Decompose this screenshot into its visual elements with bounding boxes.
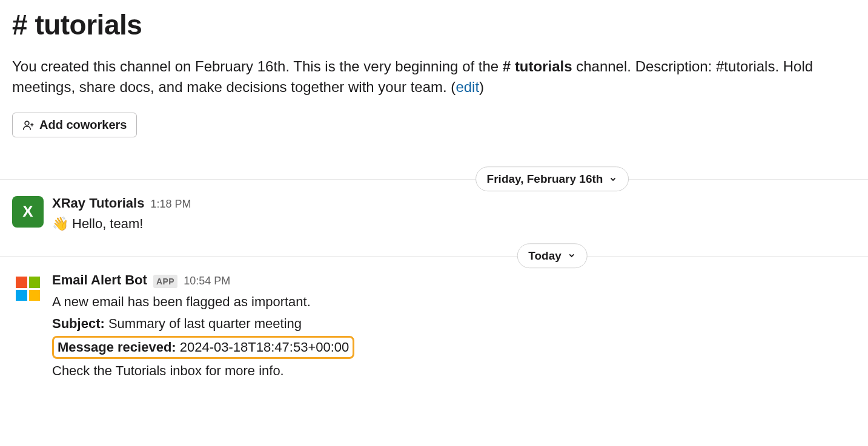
- hash-icon: #: [12, 9, 27, 41]
- logo-square: [16, 277, 27, 288]
- divider-line: [0, 179, 868, 180]
- chevron-down-icon: [609, 175, 617, 183]
- sender-name[interactable]: Email Alert Bot: [52, 271, 147, 290]
- message-line: A new email has been flagged as importan…: [52, 292, 856, 312]
- channel-desc-prefix: You created this channel on February 16t…: [12, 58, 503, 74]
- date-pill-today[interactable]: Today: [517, 243, 588, 269]
- channel-desc-channel: # tutorials: [503, 58, 572, 74]
- subject-value: Summary of last quarter meeting: [105, 316, 302, 331]
- received-value: 2024-03-18T18:47:53+00:00: [176, 339, 350, 355]
- date-label: Today: [528, 248, 562, 264]
- received-label: Message recieved:: [58, 339, 176, 355]
- message-header: XRay Tutorials 1:18 PM: [52, 194, 856, 213]
- message-body: XRay Tutorials 1:18 PM 👋Hello, team!: [52, 194, 856, 234]
- message-line: Subject: Summary of last quarter meeting: [52, 314, 856, 333]
- date-pill-friday[interactable]: Friday, February 16th: [475, 166, 629, 192]
- message-timestamp[interactable]: 10:54 PM: [184, 273, 230, 289]
- microsoft-logo-icon[interactable]: [12, 273, 44, 304]
- avatar[interactable]: X: [12, 196, 44, 228]
- message-line: Check the Tutorials inbox for more info.: [52, 361, 856, 381]
- message-line: Message recieved: 2024-03-18T18:47:53+00…: [52, 336, 856, 359]
- message-header: Email Alert Bot APP 10:54 PM: [52, 271, 856, 290]
- wave-emoji-icon: 👋: [52, 216, 68, 231]
- channel-description: You created this channel on February 16t…: [12, 56, 856, 99]
- logo-square: [29, 290, 41, 301]
- message-text: 👋Hello, team!: [52, 214, 856, 234]
- subject-label: Subject:: [52, 316, 105, 331]
- logo-square: [29, 277, 41, 288]
- svg-point-0: [25, 121, 29, 125]
- message-row: X XRay Tutorials 1:18 PM 👋Hello, team!: [12, 179, 856, 244]
- add-person-icon: [22, 119, 35, 131]
- add-coworkers-label: Add coworkers: [39, 118, 127, 132]
- date-divider: Today: [12, 255, 856, 256]
- channel-header: # tutorials You created this channel on …: [12, 0, 856, 137]
- logo-square: [16, 290, 27, 301]
- divider-line: [0, 256, 868, 257]
- date-label: Friday, February 16th: [487, 171, 603, 188]
- channel-desc-suffix2: ): [479, 79, 484, 95]
- channel-name: tutorials: [35, 9, 142, 41]
- edit-link[interactable]: edit: [456, 79, 479, 95]
- message-body: Email Alert Bot APP 10:54 PM A new email…: [52, 271, 856, 382]
- message-content: Hello, team!: [72, 216, 143, 231]
- highlight-annotation: Message recieved: 2024-03-18T18:47:53+00…: [52, 336, 354, 359]
- message-row: Email Alert Bot APP 10:54 PM A new email…: [12, 256, 856, 393]
- message-text: A new email has been flagged as importan…: [52, 292, 856, 381]
- add-coworkers-button[interactable]: Add coworkers: [12, 113, 137, 137]
- sender-name[interactable]: XRay Tutorials: [52, 194, 144, 213]
- date-divider: Friday, February 16th: [12, 179, 856, 179]
- avatar-letter: X: [22, 200, 33, 223]
- channel-title: # tutorials: [12, 5, 856, 45]
- message-timestamp[interactable]: 1:18 PM: [150, 196, 191, 212]
- chevron-down-icon: [568, 252, 576, 260]
- app-badge: APP: [153, 275, 177, 288]
